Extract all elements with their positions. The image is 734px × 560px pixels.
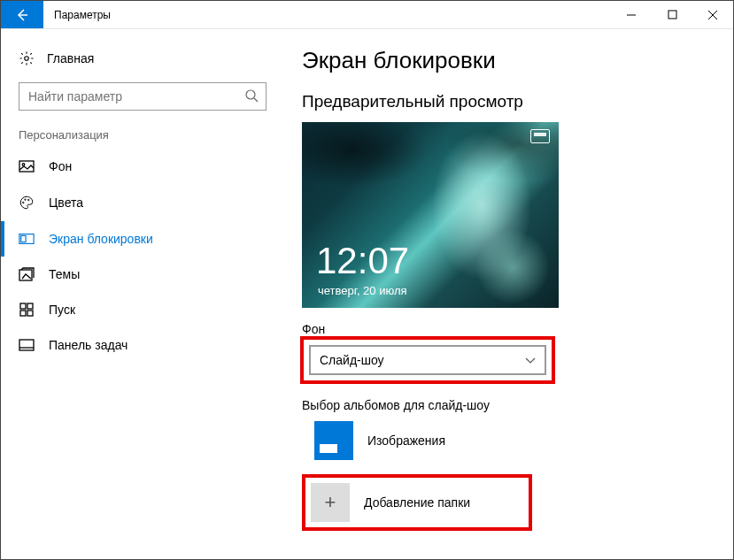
slideshow-icon: [530, 129, 550, 143]
background-dropdown[interactable]: Слайд-шоу: [309, 345, 546, 375]
sidebar-item-label: Темы: [49, 267, 80, 281]
arrow-left-icon: [15, 8, 29, 22]
album-name: Изображения: [367, 433, 445, 448]
dropdown-value: Слайд-шоу: [320, 353, 384, 367]
albums-label: Выбор альбомов для слайд-шоу: [302, 398, 707, 412]
svg-point-4: [25, 57, 29, 61]
search-box[interactable]: [19, 82, 267, 111]
sidebar-item-start[interactable]: Пуск: [1, 292, 275, 327]
svg-rect-19: [19, 340, 34, 350]
maximize-icon: [668, 10, 677, 19]
sidebar-item-background[interactable]: Фон: [1, 149, 275, 184]
svg-line-6: [254, 98, 258, 102]
album-item[interactable]: Изображения: [314, 421, 707, 460]
picture-icon: [19, 160, 35, 173]
sidebar-item-lockscreen[interactable]: Экран блокировки: [1, 221, 275, 257]
svg-rect-1: [668, 11, 676, 19]
page-title: Экран блокировки: [302, 47, 707, 74]
sidebar-item-colors[interactable]: Цвета: [1, 184, 275, 221]
sidebar-item-themes[interactable]: Темы: [1, 257, 275, 292]
minimize-icon: [626, 10, 637, 20]
close-icon: [707, 10, 718, 20]
svg-point-11: [28, 199, 30, 201]
sidebar-item-label: Фон: [49, 159, 72, 173]
back-button[interactable]: [1, 1, 43, 28]
chevron-down-icon: [525, 353, 536, 367]
search-icon: [244, 88, 259, 105]
highlight-box: Слайд-шоу: [300, 336, 555, 384]
preview-time: 12:07: [316, 242, 409, 280]
section-header: Персонализация: [1, 128, 275, 149]
taskbar-icon: [19, 339, 35, 351]
lockscreen-preview: 12:07 четверг, 20 июля: [302, 122, 559, 308]
preview-date: четверг, 20 июля: [318, 284, 407, 297]
main-content: Экран блокировки Предварительный просмот…: [275, 29, 733, 559]
sidebar: Главная Персонализация Фон Цвета Э: [1, 29, 275, 559]
minimize-button[interactable]: [611, 1, 652, 28]
sidebar-item-taskbar[interactable]: Панель задач: [1, 327, 275, 363]
folder-tile-icon: [314, 421, 353, 460]
window-title: Параметры: [43, 1, 611, 28]
svg-rect-17: [20, 311, 26, 316]
window-controls: [611, 1, 733, 28]
home-label: Главная: [47, 51, 94, 65]
themes-icon: [19, 267, 35, 281]
home-nav[interactable]: Главная: [1, 43, 275, 79]
lockscreen-icon: [19, 233, 35, 245]
palette-icon: [19, 195, 35, 211]
sidebar-item-label: Пуск: [49, 303, 75, 317]
svg-rect-18: [27, 311, 33, 316]
sidebar-item-label: Панель задач: [49, 338, 127, 352]
svg-point-8: [22, 164, 25, 166]
svg-rect-15: [20, 303, 26, 309]
close-button[interactable]: [692, 1, 733, 28]
background-label: Фон: [302, 322, 707, 336]
preview-heading: Предварительный просмотр: [302, 92, 707, 111]
svg-point-9: [23, 202, 25, 203]
add-folder-label: Добавление папки: [364, 495, 470, 510]
svg-point-10: [25, 199, 27, 201]
sidebar-item-label: Экран блокировки: [49, 232, 153, 246]
gear-icon: [19, 50, 35, 66]
maximize-button[interactable]: [652, 1, 692, 28]
plus-icon: +: [311, 483, 350, 522]
sidebar-item-label: Цвета: [49, 196, 83, 210]
add-folder-button[interactable]: + Добавление папки: [311, 483, 523, 522]
search-input[interactable]: [28, 89, 244, 104]
svg-rect-13: [21, 235, 26, 242]
highlight-box: + Добавление папки: [302, 474, 532, 531]
svg-point-5: [246, 90, 255, 99]
svg-rect-16: [27, 303, 33, 309]
titlebar: Параметры: [1, 1, 733, 29]
start-icon: [19, 303, 35, 317]
